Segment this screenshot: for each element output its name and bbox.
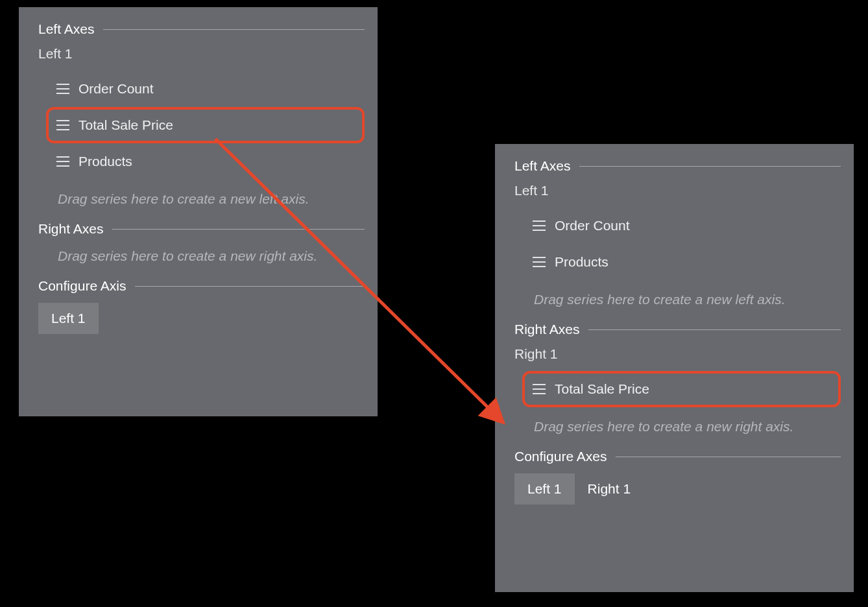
series-item-products[interactable]: Products <box>46 143 365 180</box>
right-axes-header: Right Axes <box>38 221 365 237</box>
series-item-total-sale-price[interactable]: Total Sale Price <box>46 107 365 143</box>
series-label: Order Count <box>78 81 154 97</box>
tab-left-1[interactable]: Left 1 <box>38 303 99 334</box>
series-label: Products <box>78 154 132 169</box>
left-axes-header: Left Axes <box>514 158 841 174</box>
drag-handle-icon[interactable] <box>533 220 546 231</box>
series-label: Total Sale Price <box>78 117 173 133</box>
left-axes-series-list[interactable]: Order Count Total Sale Price Products <box>46 71 365 180</box>
right-axes-title: Right Axes <box>514 322 579 337</box>
series-item-products[interactable]: Products <box>522 244 841 280</box>
left-axes-drop-hint[interactable]: Drag series here to create a new left ax… <box>534 292 841 307</box>
divider <box>579 166 841 167</box>
right-axes-series-list[interactable]: Total Sale Price <box>522 371 841 407</box>
left-axes-title: Left Axes <box>38 21 94 37</box>
left-axes-series-list[interactable]: Order Count Products <box>522 208 841 280</box>
series-item-order-count[interactable]: Order Count <box>46 71 365 107</box>
drag-handle-icon[interactable] <box>56 120 69 130</box>
configure-axis-title: Configure Axis <box>38 278 126 294</box>
right-axes-title: Right Axes <box>38 221 103 237</box>
series-item-total-sale-price[interactable]: Total Sale Price <box>522 371 841 407</box>
drag-handle-icon[interactable] <box>56 84 69 94</box>
right-axis-name: Right 1 <box>514 346 841 362</box>
tab-right-1[interactable]: Right 1 <box>575 473 644 505</box>
series-item-order-count[interactable]: Order Count <box>522 208 841 244</box>
left-axes-title: Left Axes <box>514 158 570 174</box>
configure-axes-title: Configure Axes <box>514 449 607 464</box>
divider <box>112 229 365 230</box>
configure-axes-tabs: Left 1 Right 1 <box>514 473 841 505</box>
drag-handle-icon[interactable] <box>533 384 546 394</box>
divider <box>135 286 365 287</box>
right-axes-drop-hint[interactable]: Drag series here to create a new right a… <box>58 248 365 264</box>
series-label: Products <box>555 254 609 270</box>
drag-handle-icon[interactable] <box>533 257 546 267</box>
divider <box>616 457 841 457</box>
right-axes-drop-hint[interactable]: Drag series here to create a new right a… <box>534 419 841 434</box>
divider <box>588 329 841 330</box>
drag-handle-icon[interactable] <box>56 156 69 167</box>
left-axes-header: Left Axes <box>38 21 365 37</box>
axes-config-panel-after: Left Axes Left 1 Order Count Products Dr… <box>495 144 854 592</box>
axes-config-panel-before: Left Axes Left 1 Order Count Total Sale … <box>19 7 378 416</box>
tab-left-1[interactable]: Left 1 <box>514 473 575 505</box>
series-label: Total Sale Price <box>555 381 649 397</box>
left-axis-name: Left 1 <box>38 46 365 62</box>
configure-axis-header: Configure Axis <box>38 278 365 294</box>
left-axes-drop-hint[interactable]: Drag series here to create a new left ax… <box>58 191 365 207</box>
series-label: Order Count <box>555 218 630 233</box>
configure-axis-tabs: Left 1 <box>38 303 365 334</box>
left-axis-name: Left 1 <box>514 183 841 198</box>
divider <box>103 29 365 30</box>
right-axes-header: Right Axes <box>514 322 841 337</box>
configure-axes-header: Configure Axes <box>514 449 841 464</box>
